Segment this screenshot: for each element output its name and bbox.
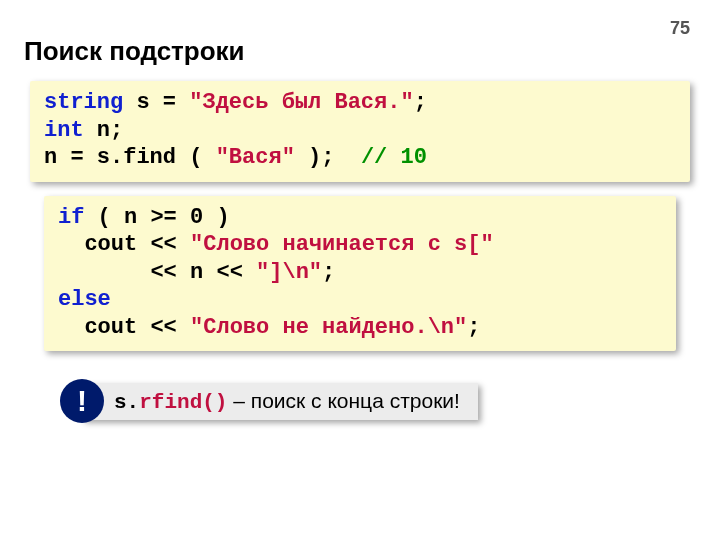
code-token: ( — [176, 145, 216, 170]
code-token: ; — [322, 260, 335, 285]
code-token: int — [44, 118, 84, 143]
code-token: cout << — [58, 232, 190, 257]
code-token: // 10 — [361, 145, 427, 170]
alert-icon: ! — [60, 379, 104, 423]
code-block-1: string s = "Здесь был Вася."; int n; n =… — [30, 81, 690, 182]
code-token: cout << — [58, 315, 190, 340]
code-token: rfind() — [139, 391, 227, 414]
note-suffix: – поиск с конца строки! — [227, 389, 459, 412]
note-callout: ! s.rfind() – поиск с конца строки! — [60, 379, 720, 423]
code-token: ( n >= 0 ) — [84, 205, 229, 230]
code-token: "Слово не найдено.\n" — [190, 315, 467, 340]
code-token: n = s. — [44, 145, 123, 170]
page-title: Поиск подстроки — [0, 0, 720, 75]
code-token: ; — [467, 315, 480, 340]
code-token: else — [58, 287, 111, 312]
code-token: n; — [84, 118, 124, 143]
code-token: if — [58, 205, 84, 230]
code-token: find — [123, 145, 176, 170]
code-token: s. — [114, 391, 139, 414]
code-token: ); — [295, 145, 361, 170]
page-number: 75 — [670, 18, 690, 39]
code-token: "]\n" — [256, 260, 322, 285]
code-token: << n << — [58, 260, 256, 285]
code-token: s = — [123, 90, 189, 115]
code-block-2: if ( n >= 0 ) cout << "Слово начинается … — [44, 196, 676, 352]
code-token: ; — [414, 90, 427, 115]
code-token: string — [44, 90, 123, 115]
code-token: "Здесь был Вася." — [189, 90, 413, 115]
code-token: "Вася" — [216, 145, 295, 170]
code-token: "Слово начинается с s[" — [190, 232, 494, 257]
note-text: s.rfind() – поиск с конца строки! — [82, 383, 478, 420]
